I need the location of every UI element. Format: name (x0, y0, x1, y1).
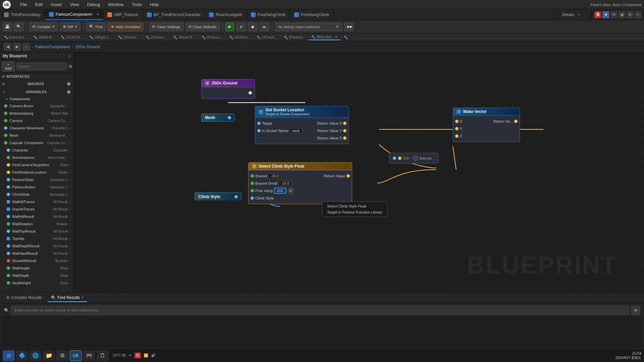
close-left-panel[interactable]: ✕ (68, 54, 71, 58)
var-hophittraces[interactable]: HopHitTraces Hit Result › (0, 205, 73, 213)
nav-forward-button[interactable]: ▶ (13, 43, 21, 51)
func-tab-19check[interactable]: 🔧 19Check... (254, 35, 281, 40)
var-wallrotation[interactable]: WallRotation Rotator › (0, 220, 73, 228)
taskbar-app-5[interactable]: 🎮 (83, 350, 95, 361)
comp-motionwarping[interactable]: Motionwarping Motion Wal › (0, 110, 73, 117)
sys-icon-4[interactable]: ⊞ (627, 11, 633, 18)
lang-icon[interactable]: 英 (594, 11, 601, 18)
node-mesh-var[interactable]: Mesh (201, 114, 235, 122)
node-get-socket-location[interactable]: 🔷 Get Socket Location Target is Scene Co… (255, 106, 349, 144)
find-results-close[interactable]: ✕ (81, 296, 84, 299)
tab-close-details[interactable]: ✕ (578, 13, 581, 16)
find-button[interactable]: 🔍 Find (86, 22, 105, 31)
debug-extra-button[interactable]: ▶▶ (344, 22, 354, 31)
comp-camera[interactable]: Camera Camera Co... › (0, 117, 73, 124)
blueprint-canvas[interactable]: ⚡ 25On Ground Mesh 🔷 (74, 52, 644, 292)
tab-details[interactable]: Details ✕ (558, 9, 591, 20)
tab-close-parkour[interactable]: ✕ (96, 12, 99, 16)
sys-icon-5[interactable]: ≡ (635, 11, 641, 18)
tab-reachledge[interactable]: ReachLedgeIK (205, 9, 247, 20)
taskbar-lang[interactable]: 英 (135, 353, 141, 358)
var-walldepthval[interactable]: WallDepth Float › (0, 272, 73, 279)
menu-debug[interactable]: Debug (86, 1, 101, 8)
func-tab-4parkour[interactable]: 🔧 4Parkour... (199, 35, 226, 40)
sys-icon-2[interactable]: ⚙ (610, 11, 617, 18)
diff-button[interactable]: ⊞ Diff ▼ (60, 22, 80, 31)
tab-bp-thirdperson[interactable]: BP_ThirdPersonCharacter (143, 9, 205, 20)
var-wallhitresult[interactable]: WallHitResult Hit Result › (0, 213, 73, 220)
func-tab-event-gra[interactable]: 🔧 Event Gra... (1, 35, 30, 40)
var-animinstance[interactable]: AnimInstance Anim Instar... › (0, 154, 73, 161)
tab-thirdpersonmap[interactable]: ThirdPersonMap (0, 9, 45, 20)
var-walldepth[interactable]: WallDepthResult Hit Result › (0, 242, 73, 250)
comp-character-movement[interactable]: Character Movement Character | › (0, 124, 73, 132)
taskbar-app-1[interactable]: 🔷 (16, 350, 28, 361)
add-pin-button[interactable]: + Add pin (411, 155, 434, 161)
var-parkouraction[interactable]: ParkourAction Gameplay 1 › (0, 183, 73, 191)
var-firstrelative[interactable]: FirstRelativeLocation Vector › (0, 169, 73, 176)
compile-button[interactable]: ⚙ Compile ▼ (29, 22, 58, 31)
tab-freehang1[interactable]: FreeHangClimb (247, 9, 290, 20)
sys-icon-1[interactable]: ★ (602, 11, 609, 18)
tab-find-results[interactable]: 🔍 Find Results ✕ (48, 294, 87, 302)
tab-parkourcomponent[interactable]: ParkourComponent+ ✕ (45, 9, 103, 20)
taskbar-app-4[interactable]: ⚙ (56, 350, 68, 361)
func-tab-18secon[interactable]: 🔧 18Secon... (115, 35, 142, 40)
free-hang-value[interactable]: 0.0 (274, 188, 286, 194)
comp-camera-boom[interactable]: Camera Boom Spring Arr... › (0, 102, 73, 110)
add-variable-button-2[interactable]: ⊕ (67, 89, 71, 95)
func-tab-3show[interactable]: 🔧 3Show Hi... (170, 35, 198, 40)
func-tab-5parkour[interactable]: 🔧 5Parkour... (281, 35, 308, 40)
func-tab-20add[interactable]: 🔧 20Add M... (31, 35, 57, 40)
nav-home-button[interactable]: ⌂ (23, 43, 30, 51)
comp-capsule[interactable]: Capsule Component Capsule Co... › (0, 139, 73, 146)
var-wallhittraces[interactable]: WallHitTraces Hit Result › (0, 198, 73, 205)
menu-window[interactable]: Window (107, 1, 125, 8)
menu-edit[interactable]: Edit (34, 1, 44, 8)
tab-abp-parkour[interactable]: ABP_Parkour (103, 9, 143, 20)
left-panel-settings-button[interactable]: ⚙ (68, 64, 72, 69)
taskbar-app-ue[interactable]: UE (70, 350, 82, 361)
debug-object-dropdown[interactable]: No debug object selected ▼ (275, 22, 342, 31)
socket-name-value[interactable]: neck (289, 128, 302, 133)
node-25on-ground[interactable]: ⚡ 25On Ground (201, 79, 255, 99)
sys-icon-3[interactable]: ▦ (619, 11, 625, 18)
variables-section[interactable]: VARIABLES ⊕ (0, 88, 73, 96)
menu-tools[interactable]: Tools (130, 1, 143, 8)
save-button[interactable]: 💾 (3, 22, 12, 31)
tooltip-item-2[interactable]: Target is Parkour Function Library (325, 209, 384, 215)
class-defaults-button[interactable]: ⊟ Class Defaults (185, 22, 220, 31)
menu-file[interactable]: File (19, 1, 29, 8)
func-tab-23right[interactable]: 🔧 23Right C... (87, 35, 115, 40)
var-wallheight[interactable]: WallHeight Float › (0, 264, 73, 272)
free-hang-gear-button[interactable]: ⚙ (287, 187, 294, 194)
find-results-refresh-button[interactable]: ⟳ (631, 306, 640, 315)
taskbar-app-6[interactable]: 🗒 (97, 350, 109, 361)
var-walltopresult[interactable]: WallTopResult Hit Result › (0, 228, 73, 235)
interfaces-section[interactable]: INTERFACES (0, 73, 73, 80)
pause-button[interactable]: ⏸ (236, 22, 246, 31)
taskbar-start-button[interactable]: ⊞ (3, 350, 15, 361)
var-vaultheight[interactable]: VaultHeight Float › (0, 279, 73, 287)
var-parkourstate[interactable]: ParkourState Gameplay 1 › (0, 176, 73, 183)
tab-compiler-results[interactable]: ⚙ Compiler Results (3, 294, 45, 302)
menu-asset[interactable]: Asset (49, 1, 63, 8)
func-tab-22left[interactable]: 🔧 22Left Cli... (58, 35, 86, 40)
node-make-vector[interactable]: 🔷 Make Vector X Return Va... (453, 108, 520, 142)
tooltip-item-1[interactable]: Select Climb Style Float (325, 203, 384, 209)
var-tophits[interactable]: TopHits Hit Result › (0, 235, 73, 242)
braced-value[interactable]: -30.0 (268, 173, 281, 179)
menu-help[interactable]: Help (149, 1, 160, 8)
components-section[interactable]: Components (0, 96, 73, 102)
var-climbstyle[interactable]: ClimbStyle Gameplay 1 › (0, 191, 73, 198)
add-variable-button[interactable]: + Add (2, 61, 15, 71)
macros-section[interactable]: MACROS ⊕ (0, 80, 73, 88)
search-variables-input[interactable] (16, 63, 67, 70)
hide-unrelated-button[interactable]: 👁 Hide Unrelated (108, 22, 143, 31)
node-climb-style-var[interactable]: Climb Style (195, 192, 241, 200)
braced-small-value[interactable]: -15.0 (278, 181, 291, 186)
step-button[interactable]: ⏭ (260, 22, 269, 31)
comp-mesh[interactable]: Mesh Skeletal M... › (0, 132, 73, 139)
var-firstcamera[interactable]: FirstCameraTargetArm Float › (0, 161, 73, 169)
add-macro-button[interactable]: ⊕ (67, 81, 71, 86)
